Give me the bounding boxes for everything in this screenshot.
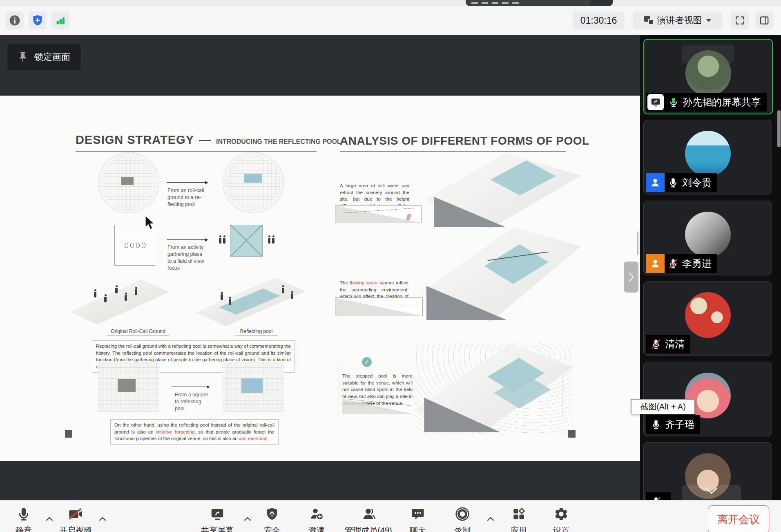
lock-view-button[interactable]: 锁定画面: [7, 44, 81, 70]
slide-handle-right[interactable]: [568, 430, 576, 438]
security-shield-button[interactable]: [29, 11, 47, 29]
chat-button[interactable]: 聊天: [410, 505, 426, 532]
figure-silhouette: [272, 238, 274, 244]
participant-tile[interactable]: 李勇进: [643, 201, 772, 275]
floating-bar-glyph: [482, 2, 488, 4]
participant-name: 孙先韬的屏幕共享: [683, 96, 761, 109]
figure-silhouette: [268, 238, 270, 244]
caption-reflecting-pool: Reflecting pool: [235, 329, 278, 335]
participant-list-edge-toggle[interactable]: [0, 421, 23, 443]
manage-members-label: 管理成员(49): [345, 525, 392, 532]
sidebar-resize-grip[interactable]: [637, 231, 638, 255]
invite-button[interactable]: 邀请: [308, 505, 325, 532]
mic-muted-icon: [668, 258, 678, 269]
chat-icon: [411, 505, 425, 523]
left-subtitle-text: INTRODUCING THE REFLECTING POOL: [216, 138, 341, 145]
figure-silhouette: [135, 289, 137, 295]
apps-button[interactable]: 应用: [511, 505, 527, 532]
arrow2-caption: From an activity gathering place to a fi…: [167, 244, 204, 272]
meeting-window: 01:30:16 演讲者视图 锁定画面 DESI: [0, 0, 781, 532]
info-icon: [9, 14, 21, 27]
mute-label: 静音: [16, 525, 32, 532]
timer-value: 01:30:16: [580, 15, 617, 26]
chat-label: 聊天: [410, 525, 426, 532]
section-diagram-1: [335, 205, 422, 223]
participant-tile[interactable]: 清清: [643, 281, 772, 356]
apps-label: 应用: [511, 525, 527, 532]
roll-call-ground-axon: [69, 279, 170, 324]
section-diagram-3: [342, 399, 415, 414]
participant-name: 齐子瑶: [665, 418, 694, 431]
slide-left-title: DESIGN STRATEGY — INTRODUCING THE REFLEC…: [76, 133, 341, 147]
manage-members-button[interactable]: 管理成员(49): [345, 505, 392, 532]
start-video-button[interactable]: 开启视频: [59, 505, 92, 532]
record-options-chevron[interactable]: [487, 517, 494, 521]
fullscreen-button[interactable]: [731, 11, 749, 29]
floating-bar-glyph: [512, 2, 519, 4]
view-mode-selector[interactable]: 演讲者视图: [633, 11, 722, 29]
meeting-info-button[interactable]: [6, 11, 24, 29]
gear-icon: [554, 505, 569, 523]
share-screen-label: 共享屏幕: [201, 525, 234, 532]
avatar: [685, 292, 731, 338]
arrow-right: [172, 387, 209, 387]
shield-plus-icon: [31, 14, 44, 27]
participant-tile-partial[interactable]: [643, 442, 772, 501]
field-of-view-diagram: [230, 225, 263, 257]
security-button[interactable]: 安全: [264, 505, 280, 532]
screen-share-badge: [646, 93, 665, 112]
camera-off-icon: [67, 505, 84, 523]
figure-silhouette: [94, 292, 96, 297]
mute-options-chevron[interactable]: [46, 517, 53, 521]
leave-meeting-button[interactable]: 离开会议: [708, 505, 769, 532]
settings-button[interactable]: 设置: [553, 505, 569, 532]
paragraph-anti-memorial: On the other hand, using the reflecting …: [110, 419, 279, 445]
side-panel-button[interactable]: [755, 11, 773, 29]
chevron-down-icon: [705, 488, 718, 494]
participant-name: 刘令贵: [682, 176, 712, 189]
arrow-right: [167, 182, 208, 183]
members-icon: [361, 505, 376, 523]
floating-meeting-bar[interactable]: [466, 0, 613, 6]
check-icon: ✓: [362, 357, 372, 367]
leave-meeting-label: 离开会议: [717, 512, 760, 527]
figure-silhouette: [221, 294, 223, 300]
video-options-chevron[interactable]: [99, 517, 106, 521]
arrow-right: [167, 239, 208, 240]
participant-name: 清清: [665, 338, 685, 351]
invite-person-icon: [309, 505, 324, 523]
microphone-icon: [16, 505, 31, 523]
square-map-after: [223, 362, 284, 412]
floating-bar-segment[interactable]: [590, 0, 613, 6]
record-button[interactable]: 录制: [454, 505, 471, 532]
slide-handle-left[interactable]: [65, 430, 72, 438]
signal-bars-icon: [55, 15, 66, 26]
sidebar-collapse-tab[interactable]: [624, 262, 638, 293]
share-options-chevron[interactable]: [244, 517, 251, 521]
section-diagram-2: [335, 297, 423, 316]
figure-silhouette: [115, 288, 118, 293]
meeting-timer: 01:30:16: [573, 11, 625, 29]
chevron-down-icon: [706, 19, 711, 22]
avatar: [685, 212, 731, 257]
shared-screen-stage: 锁定画面 DESIGN STRATEGY — INTRODUCING THE R…: [0, 35, 640, 500]
figure-silhouette: [229, 299, 231, 305]
start-video-label: 开启视频: [59, 525, 92, 532]
left-title-text: DESIGN STRATEGY: [76, 133, 194, 147]
share-screen-button[interactable]: 共享屏幕: [201, 505, 234, 532]
mic-muted-icon: [651, 339, 661, 349]
sidebar-scrollbar[interactable]: [777, 110, 781, 147]
mouse-cursor: [145, 216, 156, 230]
mute-button[interactable]: 静音: [16, 505, 32, 532]
network-stats-button[interactable]: [51, 11, 69, 29]
participant-tile[interactable]: 刘令贵: [643, 120, 772, 194]
avatar: [685, 50, 731, 96]
arrow1-caption: From an roll-call ground to a re- flecti…: [167, 187, 204, 208]
top-strip: [0, 0, 781, 7]
pool-render-stepped: [415, 343, 573, 434]
screenshot-tooltip: 截图(Alt + A): [631, 399, 695, 414]
participant-tile-sharer[interactable]: 孙先韬的屏幕共享: [643, 39, 773, 114]
mic-on-icon: [651, 419, 661, 430]
scroll-more-button[interactable]: [682, 485, 741, 501]
floating-bar-glyph: [492, 2, 498, 4]
